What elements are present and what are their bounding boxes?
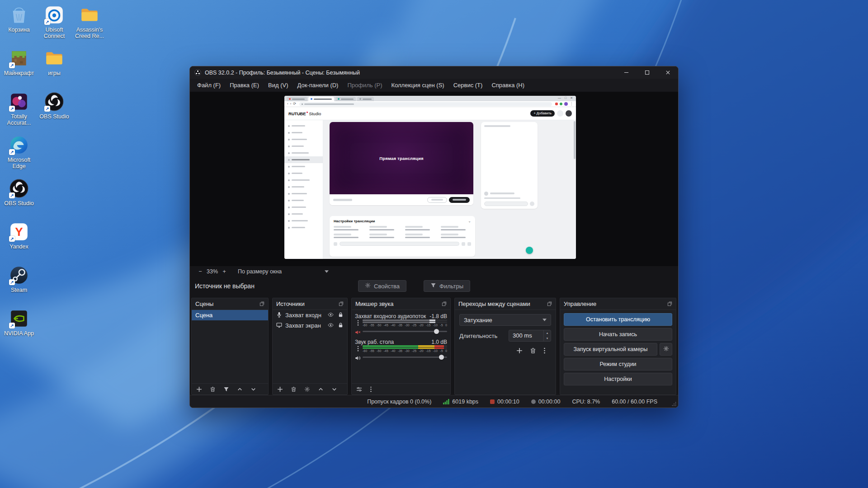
lock-icon[interactable] xyxy=(338,312,344,319)
desktop-icon-yandex[interactable]: Y↗Yandex xyxy=(2,221,36,250)
obs-titlebar[interactable]: OBS 32.0.2 - Профиль: Безымянный - Сцены… xyxy=(190,66,678,79)
rutube-sidebar-item[interactable] xyxy=(284,170,323,177)
browser-tab-strip[interactable]: — □ ✕ xyxy=(284,96,576,101)
source-properties-button[interactable] xyxy=(304,386,310,392)
remove-scene-button[interactable] xyxy=(210,386,216,392)
mute-button[interactable] xyxy=(355,356,361,361)
rutube-sidebar-item[interactable] xyxy=(284,190,323,197)
mute-button[interactable] xyxy=(355,330,361,335)
browser-address-bar[interactable]: ‹ › ⟳ ⋮ xyxy=(284,101,576,107)
maximize-button[interactable] xyxy=(637,66,657,79)
rutube-sidebar-item[interactable] xyxy=(284,197,323,204)
mixer-options-button[interactable] xyxy=(370,386,372,392)
desktop-icon-ubisoft-connect[interactable]: ↗Ubisoft Connect xyxy=(37,5,71,40)
popout-icon[interactable] xyxy=(339,301,344,306)
rutube-sidebar-item[interactable] xyxy=(284,150,323,156)
chat-input[interactable] xyxy=(484,202,534,206)
desktop-icon-recycle-bin[interactable]: Корзина xyxy=(2,5,36,33)
collapse-icon[interactable]: ⌄ xyxy=(468,220,471,223)
notifications-icon[interactable] xyxy=(557,110,563,117)
volume-slider-handle[interactable] xyxy=(434,329,439,334)
resize-grip[interactable] xyxy=(672,402,676,406)
preview-canvas[interactable]: — □ ✕ ‹ › ⟳ ⋮ RUTUBE Studio xyxy=(190,92,678,266)
minimize-button[interactable] xyxy=(616,66,637,79)
filters-button[interactable]: Фильтры xyxy=(424,280,470,292)
scene-filters-button[interactable] xyxy=(223,386,229,392)
menu-item-scene-collection[interactable]: Коллекция сцен (S) xyxy=(387,79,449,92)
rutube-sidebar-item[interactable] xyxy=(284,129,323,136)
advanced-audio-button[interactable] xyxy=(356,386,362,392)
menu-item-tools[interactable]: Сервис (T) xyxy=(449,79,487,92)
menu-item-help[interactable]: Справка (H) xyxy=(487,79,529,92)
rutube-sidebar-item[interactable] xyxy=(284,204,323,211)
move-source-up-button[interactable] xyxy=(318,386,324,392)
rutube-sidebar-item[interactable] xyxy=(284,224,323,231)
visibility-icon[interactable] xyxy=(328,322,334,329)
browser-tab[interactable] xyxy=(287,97,307,101)
popout-icon[interactable] xyxy=(667,301,672,306)
menu-item-file[interactable]: Файл (F) xyxy=(193,79,225,92)
url-field[interactable] xyxy=(299,102,552,106)
extension-icon[interactable] xyxy=(555,103,558,105)
mixer-menu-icon[interactable] xyxy=(357,346,359,352)
rutube-sidebar-item[interactable] xyxy=(284,177,323,183)
chat-input-field[interactable] xyxy=(484,202,528,206)
menu-item-edit[interactable]: Правка (E) xyxy=(225,79,264,92)
volume-slider-handle[interactable] xyxy=(439,355,444,360)
chat-send-icon[interactable] xyxy=(530,202,534,206)
lock-icon[interactable] xyxy=(338,322,344,329)
spin-down-icon[interactable]: ▼ xyxy=(544,336,551,341)
remove-source-button[interactable] xyxy=(291,386,297,392)
desktop-icon-obs-studio-b[interactable]: ↗OBS Studio xyxy=(2,178,36,206)
popout-icon[interactable] xyxy=(259,301,264,306)
support-chat-button[interactable] xyxy=(526,247,533,254)
visibility-icon[interactable] xyxy=(328,312,334,319)
desktop-icon-obs-studio-a[interactable]: ↗OBS Studio xyxy=(37,91,71,120)
properties-button[interactable]: Свойства xyxy=(358,280,406,292)
rutube-sidebar-item[interactable] xyxy=(284,136,323,143)
desktop-icon-steam[interactable]: ↗Steam xyxy=(2,265,36,293)
source-list-item[interactable]: Захват экран xyxy=(273,320,347,331)
desktop-icon-microsoft-edge[interactable]: ↗Microsoft Edge xyxy=(2,135,36,170)
forward-icon[interactable]: › xyxy=(290,102,292,106)
profile-avatar[interactable] xyxy=(566,110,572,117)
desktop-icon-games-folder[interactable]: игры xyxy=(37,48,71,76)
start-recording-button[interactable]: Начать запись xyxy=(564,328,672,341)
zoom-out-button[interactable]: − xyxy=(196,268,205,275)
menu-item-profile[interactable]: Профиль (P) xyxy=(343,79,387,92)
zoom-in-button[interactable]: + xyxy=(220,268,229,275)
browser-tab[interactable] xyxy=(357,97,374,101)
browser-tab[interactable] xyxy=(335,97,356,101)
reload-icon[interactable]: ⟳ xyxy=(293,102,296,106)
rutube-sidebar-item[interactable] xyxy=(284,122,323,129)
rutube-sidebar-item[interactable] xyxy=(284,211,323,217)
rutube-sidebar-item[interactable] xyxy=(284,183,323,190)
browser-profile-avatar[interactable] xyxy=(564,102,568,106)
back-icon[interactable]: ‹ xyxy=(287,102,288,106)
transition-select[interactable]: Затухание xyxy=(459,314,551,326)
chevron-down-icon[interactable] xyxy=(325,270,329,273)
move-source-down-button[interactable] xyxy=(331,386,337,392)
move-scene-down-button[interactable] xyxy=(250,386,256,392)
settings-icon-square[interactable] xyxy=(334,242,337,246)
rutube-sidebar-item[interactable] xyxy=(284,143,323,150)
browser-window-controls[interactable]: — □ ✕ xyxy=(558,96,574,100)
desktop-icon-nvidia-app[interactable]: ↗NVIDIA App xyxy=(2,308,36,337)
rutube-sidebar-item[interactable] xyxy=(284,217,323,224)
volume-slider[interactable] xyxy=(363,328,447,335)
close-button[interactable] xyxy=(657,66,678,79)
settings-button[interactable]: Настройки xyxy=(564,373,672,385)
transition-properties-button[interactable] xyxy=(543,347,546,354)
menu-item-view[interactable]: Вид (V) xyxy=(264,79,292,92)
extension-icon[interactable] xyxy=(560,103,562,105)
scene-list-item[interactable]: Сцена xyxy=(192,310,268,320)
add-scene-button[interactable] xyxy=(196,386,202,392)
add-source-button[interactable] xyxy=(277,386,283,392)
browser-menu-icon[interactable]: ⋮ xyxy=(570,102,573,106)
banner-primary-button[interactable] xyxy=(449,197,470,203)
desktop-icon-totally-accurate[interactable]: ↗Totally Accurat... xyxy=(2,91,36,127)
rutube-sidebar-item[interactable] xyxy=(284,156,323,163)
add-transition-button[interactable] xyxy=(516,347,523,354)
popout-icon[interactable] xyxy=(547,301,552,306)
browser-tab-active[interactable] xyxy=(308,97,334,101)
